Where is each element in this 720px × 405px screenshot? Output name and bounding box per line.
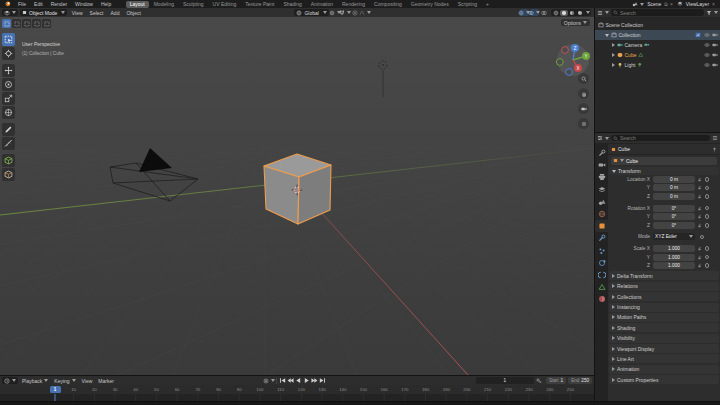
panel-instancing[interactable]: Instancing: [609, 303, 719, 312]
checkbox-toggle-icon[interactable]: [695, 32, 701, 38]
properties-tab-tool[interactable]: [595, 147, 608, 159]
lock-icon[interactable]: [697, 185, 702, 190]
mode-field[interactable]: XYZ Euler: [653, 233, 695, 240]
add-workspace-button[interactable]: +: [482, 1, 493, 8]
lock-icon[interactable]: [697, 206, 702, 211]
pin-icon[interactable]: [712, 147, 717, 152]
lock-icon[interactable]: [697, 255, 702, 260]
properties-tab-physics[interactable]: [595, 257, 608, 269]
viewport-menu-add[interactable]: Add: [107, 10, 123, 16]
workspace-tab-scripting[interactable]: Scripting: [454, 1, 481, 8]
y-field[interactable]: 1.000: [653, 254, 695, 261]
timeline-menu-keying[interactable]: Keying: [51, 378, 78, 384]
panel-shading[interactable]: Shading: [609, 323, 719, 332]
workspace-tab-texture-paint[interactable]: Texture Paint: [241, 1, 278, 8]
menu-file[interactable]: File: [14, 0, 30, 8]
current-frame-field[interactable]: 1: [476, 377, 534, 384]
outliner-row-scene-collection[interactable]: Scene Collection: [595, 20, 720, 30]
workspace-tab-animation[interactable]: Animation: [307, 1, 337, 8]
viewport-menu-select[interactable]: Select: [86, 10, 107, 16]
properties-tab-output[interactable]: [595, 171, 608, 183]
animate-dot-icon[interactable]: [705, 255, 710, 260]
auto-keying-toggle[interactable]: [264, 377, 273, 384]
viewport-canvas[interactable]: Options User Perspective (1) Collection …: [0, 17, 594, 375]
rotation-x-field[interactable]: 0°: [653, 205, 695, 212]
y-field[interactable]: 0 m: [653, 184, 695, 191]
outliner-row-collection[interactable]: Collection: [595, 30, 720, 40]
animate-dot-icon[interactable]: [700, 235, 705, 240]
options-button[interactable]: Options: [561, 19, 590, 26]
frame-end-field[interactable]: End 250: [568, 377, 592, 384]
frame-start-field[interactable]: Start 1: [546, 377, 566, 384]
navigation-gizmo[interactable]: ZYX: [556, 43, 590, 77]
panel-relations[interactable]: Relations: [609, 282, 719, 291]
panel-collections[interactable]: Collections: [609, 292, 719, 301]
properties-tab-view-layer[interactable]: [595, 184, 608, 196]
display-mode-icon[interactable]: [597, 10, 603, 16]
properties-tab-constraints[interactable]: [595, 269, 608, 281]
falloff-dropdown[interactable]: [360, 9, 369, 16]
properties-search-input[interactable]: Search: [611, 135, 710, 142]
animate-dot-icon[interactable]: [705, 214, 710, 219]
filter-funnel-icon[interactable]: [706, 10, 712, 16]
play-button[interactable]: [303, 377, 311, 384]
object-name-field[interactable]: Cube: [611, 157, 717, 165]
editor-type-button[interactable]: [2, 9, 18, 16]
view-layer-selector[interactable]: ViewLayer ×: [677, 1, 715, 7]
jump-to-next-keyframe-button[interactable]: [311, 377, 319, 384]
tool-move-button[interactable]: [2, 64, 15, 77]
z-field[interactable]: 0°: [653, 222, 695, 229]
lock-icon[interactable]: [697, 223, 702, 228]
camera-toggle-icon[interactable]: [712, 52, 718, 58]
properties-editor-icon[interactable]: [597, 135, 603, 141]
menu-render[interactable]: Render: [47, 0, 71, 8]
animate-dot-icon[interactable]: [705, 263, 710, 268]
workspace-tab-modeling[interactable]: Modeling: [150, 1, 178, 8]
timeline-menu-view[interactable]: View: [79, 378, 96, 384]
panel-delta-transform[interactable]: Delta Transform: [609, 271, 719, 280]
menu-window[interactable]: Window: [71, 0, 97, 8]
camera-view-button[interactable]: [578, 103, 589, 114]
camera-toggle-icon[interactable]: [712, 42, 718, 48]
timeline-ruler[interactable]: 1102030405060708090100110120130140150160…: [0, 385, 594, 394]
workspace-tab-layout[interactable]: Layout: [126, 1, 149, 8]
eye-toggle-icon[interactable]: [704, 52, 710, 58]
outliner-row-light[interactable]: Light: [595, 60, 720, 70]
select-mode-invert-button[interactable]: [32, 19, 41, 28]
panel-visibility[interactable]: Visibility: [609, 334, 719, 343]
transform-panel-header[interactable]: Transform: [609, 167, 719, 175]
animate-dot-icon[interactable]: [705, 194, 710, 199]
lock-icon[interactable]: [697, 214, 702, 219]
tool-add-cube-button[interactable]: [2, 154, 15, 167]
tool-transform-button[interactable]: [2, 106, 15, 119]
workspace-tab-sculpting[interactable]: Sculpting: [179, 1, 208, 8]
workspace-tab-uv-editing[interactable]: UV Editing: [209, 1, 241, 8]
select-mode-subtract-button[interactable]: [22, 19, 31, 28]
select-mode-set-button[interactable]: [2, 19, 11, 28]
xray-toggle[interactable]: [540, 9, 549, 16]
workspace-tab-compositing[interactable]: Compositing: [370, 1, 406, 8]
tool-scale-button[interactable]: [2, 92, 15, 105]
properties-tab-object[interactable]: [595, 220, 608, 232]
camera-toggle-icon[interactable]: [712, 62, 718, 68]
show-overlays-toggle[interactable]: [530, 9, 539, 16]
tool-cursor-button[interactable]: [2, 47, 15, 60]
properties-tab-render[interactable]: [595, 159, 608, 171]
animate-dot-icon[interactable]: [705, 177, 710, 182]
z-field[interactable]: 0 m: [653, 193, 695, 200]
transform-orientation-dropdown[interactable]: Global: [294, 9, 328, 16]
timeline-menu-marker[interactable]: Marker: [95, 378, 117, 384]
shading-wireframe-button[interactable]: [552, 10, 560, 16]
z-field[interactable]: 1.000: [653, 262, 695, 269]
mode-dropdown[interactable]: Object Mode: [20, 9, 67, 16]
workspace-tab-shading[interactable]: Shading: [279, 1, 305, 8]
camera-toggle-icon[interactable]: [712, 32, 718, 38]
lock-icon[interactable]: [697, 246, 702, 251]
properties-tab-modifiers[interactable]: [595, 232, 608, 244]
location-x-field[interactable]: 0 m: [653, 176, 695, 183]
outliner-row-camera[interactable]: Camera: [595, 40, 720, 50]
properties-tab-material[interactable]: [595, 293, 608, 305]
viewport-menu-view[interactable]: View: [68, 10, 86, 16]
outliner-row-cube[interactable]: Cube: [595, 50, 720, 60]
pan-button[interactable]: [578, 88, 589, 99]
